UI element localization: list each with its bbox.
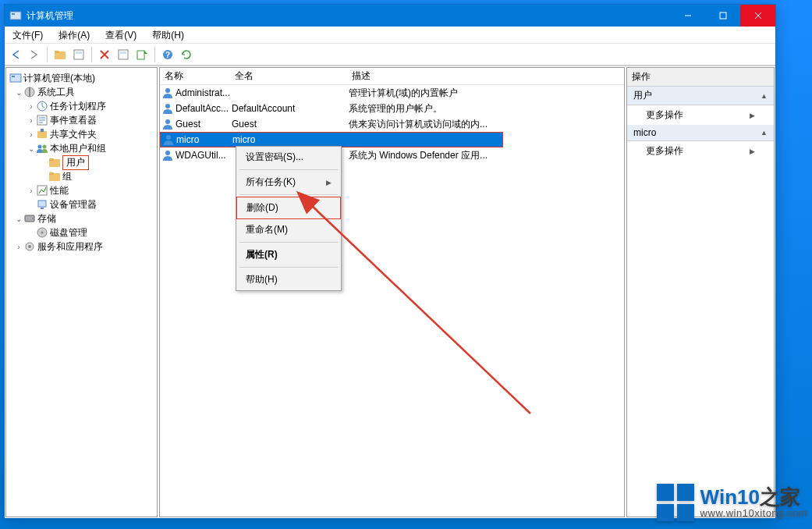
tree-groups[interactable]: 组 [6,169,157,183]
expander-icon[interactable]: › [27,186,36,195]
export-button[interactable] [134,47,150,62]
actions-group-micro[interactable]: micro▲ [627,125,774,141]
tree-shared-folders[interactable]: › 共享文件夹 [6,127,157,141]
expander-icon[interactable]: › [27,102,36,111]
actions-more-1[interactable]: 更多操作▶ [627,105,774,125]
event-icon [36,114,48,126]
user-icon [161,149,174,162]
column-name[interactable]: 名称 [160,69,230,83]
win10-logo-icon [657,484,694,521]
expander-icon[interactable]: ⌄ [14,88,23,97]
nav-back-button[interactable] [8,47,23,62]
watermark-url: www.win10xitong.com [700,508,807,519]
menu-set-password[interactable]: 设置密码(S)... [236,147,341,168]
folder-icon [48,170,61,183]
list-row-selected[interactable]: micro micro [160,132,503,147]
actions-pane: 操作 用户▲ 更多操作▶ micro▲ 更多操作▶ [626,67,775,517]
people-icon [36,142,48,154]
user-icon [162,133,175,146]
refresh-button[interactable] [179,47,194,62]
submenu-icon: ▶ [326,179,332,186]
list-row[interactable]: Guest Guest 供来宾访问计算机或访问域的内... [160,116,624,132]
window-title: 计算机管理 [27,9,670,23]
menu-help[interactable]: 帮助(H) [236,269,341,290]
minimize-button[interactable] [670,5,705,27]
column-desc[interactable]: 描述 [347,69,624,83]
column-fullname[interactable]: 全名 [230,69,347,83]
tree-root[interactable]: 计算机管理(本地) [6,71,157,85]
tree-event-viewer[interactable]: › 事件查看器 [6,113,157,127]
close-button[interactable] [740,5,775,27]
context-menu: 设置密码(S)... 所有任务(K)▶ 删除(D) 重命名(M) 属性(R) 帮… [236,146,342,291]
tree-system-tools[interactable]: ⌄ 系统工具 [6,85,157,99]
user-icon [161,118,174,130]
maximize-button[interactable] [705,5,740,27]
mgmt-icon [9,72,22,84]
collapse-icon: ▲ [761,92,768,100]
list-row[interactable]: WDAGUtil... 系统为 Windows Defender 应用... [160,147,624,163]
svg-rect-27 [720,12,726,19]
body: 计算机管理(本地) ⌄ 系统工具 › 任务计划程序 › 事件查看器 › 共享文件… [5,66,775,518]
properties-button[interactable] [115,47,131,62]
menu-action[interactable]: 操作(A) [51,27,98,44]
tree-disk-management[interactable]: 磁盘管理 [6,225,157,240]
list-row[interactable]: Administrat... 管理计算机(域)的内置帐户 [160,85,624,101]
titlebar[interactable]: 计算机管理 [5,5,775,27]
watermark: Win10之家 www.win10xitong.com [657,484,807,521]
folder-icon [48,156,61,169]
up-folder-button[interactable] [52,47,68,62]
menu-delete[interactable]: 删除(D) [236,197,341,219]
menu-properties[interactable]: 属性(R) [236,244,341,265]
delete-button[interactable] [97,47,112,62]
user-icon [161,87,174,99]
actions-more-2[interactable]: 更多操作▶ [627,141,774,161]
clock-icon [36,100,48,112]
watermark-brand: Win10之家 [700,486,807,509]
expander-icon[interactable]: › [27,116,36,125]
expander-icon[interactable]: › [27,130,36,139]
expander-icon[interactable]: ⌄ [27,144,36,153]
menu-view[interactable]: 查看(V) [98,27,144,44]
list-pane: 名称 全名 描述 Administrat... 管理计算机(域)的内置帐户 De… [159,67,625,517]
toolbar [5,44,775,66]
expander-icon[interactable]: ⌄ [14,215,23,223]
tree-pane: 计算机管理(本地) ⌄ 系统工具 › 任务计划程序 › 事件查看器 › 共享文件… [5,67,158,517]
tree-task-scheduler[interactable]: › 任务计划程序 [6,99,157,113]
show-hide-tree-button[interactable] [71,47,87,62]
menu-rename[interactable]: 重命名(M) [236,219,341,240]
menu-file[interactable]: 文件(F) [5,27,51,44]
submenu-icon: ▶ [750,147,755,155]
cog-icon [23,240,36,253]
actions-header: 操作 [627,68,774,87]
app-icon [9,9,22,22]
list-row[interactable]: DefaultAcc... DefaultAccount 系统管理的用户帐户。 [160,101,624,116]
tree-device-manager[interactable]: 设备管理器 [6,197,157,211]
nav-forward-button[interactable] [27,47,42,62]
device-icon [36,198,48,211]
help-button[interactable] [160,47,176,62]
list-header: 名称 全名 描述 [160,68,624,85]
expander-icon[interactable]: › [14,243,23,251]
tree-users[interactable]: 用户 [6,155,157,169]
computer-management-window: 计算机管理 文件(F) 操作(A) 查看(V) 帮助(H) 计算机管理(本地) [4,4,776,519]
perf-icon [36,184,48,197]
menu-help[interactable]: 帮助(H) [144,27,192,44]
actions-group-users[interactable]: 用户▲ [627,87,774,105]
tree-services-apps[interactable]: › 服务和应用程序 [6,240,157,254]
user-icon [161,102,174,115]
tree-storage[interactable]: ⌄ 存储 [6,211,157,225]
submenu-icon: ▶ [750,112,755,119]
share-icon [36,128,48,140]
collapse-icon: ▲ [761,129,768,137]
menu-all-tasks[interactable]: 所有任务(K)▶ [236,172,341,193]
disk-icon [36,226,48,239]
tree-performance[interactable]: › 性能 [6,183,157,197]
tree-local-users[interactable]: ⌄ 本地用户和组 [6,141,157,155]
wrench-icon [23,86,36,98]
storage-icon [23,212,36,225]
menubar: 文件(F) 操作(A) 查看(V) 帮助(H) [5,27,775,44]
